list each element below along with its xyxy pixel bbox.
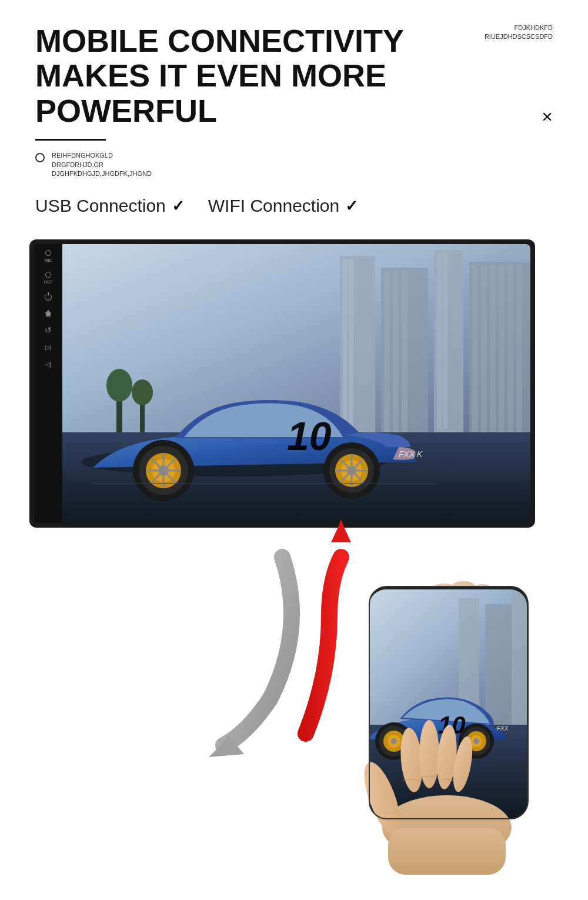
svg-rect-79: [388, 828, 506, 875]
power-button[interactable]: [45, 294, 52, 301]
close-button[interactable]: ×: [542, 106, 553, 128]
page-container: FDJKHDKFD RIUEJDHDSCSCSDFD MOBILE CONNEC…: [0, 0, 588, 900]
svg-rect-16: [499, 265, 505, 432]
svg-point-76: [419, 720, 439, 788]
svg-text:10: 10: [287, 414, 332, 458]
car-screen: 10 FXX K: [62, 244, 530, 523]
rst-label: RST: [44, 280, 52, 284]
svg-rect-11: [443, 253, 447, 429]
svg-rect-13: [472, 265, 478, 432]
mic-label: MIC: [45, 258, 52, 262]
volume-down-button[interactable]: ◁|: [45, 361, 52, 368]
wifi-check: ✓: [345, 197, 358, 215]
svg-point-70: [391, 738, 397, 744]
svg-marker-48: [331, 521, 351, 542]
volume-up-button[interactable]: ▷|: [45, 344, 52, 351]
header: FDJKHDKFD RIUEJDHDSCSCSDFD MOBILE CONNEC…: [0, 0, 588, 178]
sub-text: REIHFDNGHOKGLD DRGFDRHJD,GR DJGHFKDHGJD,…: [52, 151, 152, 178]
back-button[interactable]: ↺: [45, 326, 52, 334]
vol-up-group: ▷|: [34, 344, 62, 351]
usb-check: ✓: [172, 197, 185, 215]
top-right-line2: RIUEJDHDSCSCSDFD: [485, 32, 553, 41]
svg-rect-7: [393, 271, 399, 432]
side-buttons: MIC RST ↺ ▷|: [34, 244, 62, 523]
svg-rect-14: [481, 265, 487, 432]
rst-button-group: RST: [34, 272, 62, 284]
car-unit-bezel: MIC RST ↺ ▷|: [34, 244, 530, 523]
svg-rect-6: [384, 271, 390, 432]
screen-area: 10 FXX K: [62, 244, 530, 523]
top-right-text: FDJKHDKFD RIUEJDHDSCSCSDFD: [485, 24, 553, 42]
svg-text:FXX: FXX: [497, 725, 509, 732]
svg-rect-4: [349, 259, 353, 429]
car-unit-section: MIC RST ↺ ▷|: [29, 239, 559, 528]
arrows-phones-section: 10 FXX: [0, 510, 588, 875]
arrows-phone-svg: 10 FXX: [0, 510, 588, 875]
svg-rect-18: [516, 265, 522, 432]
wifi-connection-label: WIFI Connection: [208, 196, 339, 216]
svg-rect-8: [402, 271, 407, 432]
connection-row: USB Connection ✓ WIFI Connection ✓: [0, 196, 588, 216]
car-unit-outer: MIC RST ↺ ▷|: [29, 239, 535, 528]
svg-rect-3: [343, 259, 348, 429]
svg-rect-15: [490, 265, 496, 432]
top-right-line1: FDJKHDKFD: [485, 24, 553, 32]
back-button-group: ↺: [34, 326, 62, 334]
power-button-group: [34, 294, 62, 301]
home-button-group: [34, 310, 62, 316]
svg-rect-17: [507, 265, 513, 432]
svg-point-65: [473, 738, 479, 744]
vol-down-group: ◁|: [34, 361, 62, 368]
svg-rect-10: [437, 253, 442, 429]
svg-text:FXX K: FXX K: [399, 449, 423, 459]
mic-button-group: MIC: [34, 250, 62, 262]
divider: [35, 139, 106, 141]
rst-button[interactable]: [45, 272, 51, 278]
usb-connection-label: USB Connection: [35, 196, 166, 216]
home-button[interactable]: [45, 310, 52, 316]
sub-row: REIHFDNGHOKGLD DRGFDRHJD,GR DJGHFKDHGJD,…: [35, 151, 553, 178]
svg-rect-60: [512, 592, 529, 725]
svg-point-22: [132, 379, 153, 405]
main-title: MOBILE CONNECTIVITY MAKES IT EVEN MORE P…: [35, 24, 459, 128]
background-svg: 10 FXX K: [62, 244, 530, 523]
mic-button[interactable]: [45, 250, 51, 256]
svg-point-20: [106, 369, 132, 402]
svg-rect-59: [485, 604, 512, 725]
circle-icon: [35, 153, 45, 162]
